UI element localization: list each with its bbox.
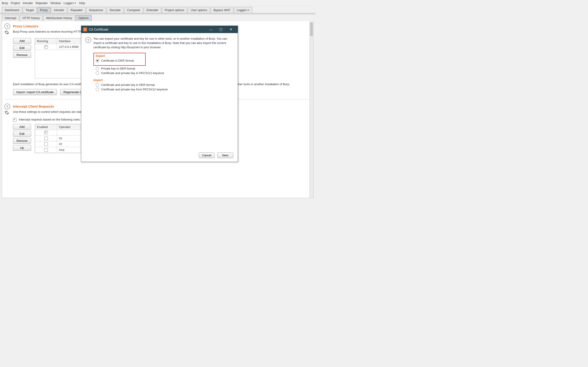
maximize-icon[interactable]: ▢ xyxy=(216,27,226,32)
tab-bypass-waf[interactable]: Bypass WAF xyxy=(210,7,233,13)
menu-project[interactable]: Project xyxy=(11,1,20,5)
listener-add-button[interactable]: Add xyxy=(13,38,31,44)
import-export-ca-button[interactable]: Import / export CA certificate xyxy=(13,89,57,95)
rule-enabled-checkbox[interactable] xyxy=(44,137,48,140)
close-icon[interactable]: ✕ xyxy=(226,27,236,32)
dialog-body: ? You can export your certificate and ke… xyxy=(81,33,238,150)
tab-proxy[interactable]: Proxy xyxy=(37,7,51,13)
radio-import-pkcs12[interactable]: Certificate and private key from PKCS#12… xyxy=(96,88,233,91)
menu-burp[interactable]: Burp xyxy=(2,1,8,5)
listener-edit-button[interactable]: Edit xyxy=(13,45,31,51)
tab-comparer[interactable]: Comparer xyxy=(124,7,143,13)
subtab-intercept[interactable]: Intercept xyxy=(2,15,19,21)
export-highlight: Export Certificate in DER format xyxy=(94,53,146,66)
radio-icon[interactable] xyxy=(96,88,99,91)
radio-cert-pkcs12[interactable]: Certificate and private key in PKCS#12 k… xyxy=(96,71,233,75)
ca-certificate-dialog: B CA Certificate — ▢ ✕ ? You can export … xyxy=(81,25,238,162)
help-icon[interactable]: ? xyxy=(4,23,10,29)
dialog-title: CA Certificate xyxy=(89,28,108,31)
menu-window[interactable]: Window xyxy=(50,1,61,5)
listener-remove-button[interactable]: Remove xyxy=(13,52,31,58)
col-enabled[interactable]: Enabled xyxy=(35,124,57,130)
subtab-http-history[interactable]: HTTP history xyxy=(20,15,43,21)
listener-btncol: Add Edit Remove xyxy=(13,38,31,78)
radio-icon[interactable] xyxy=(96,59,99,62)
export-title: Export xyxy=(96,54,143,58)
vertical-scrollbar[interactable] xyxy=(309,21,313,198)
cancel-button[interactable]: Cancel xyxy=(199,152,215,158)
proxy-subtabs: Intercept HTTP history WebSockets histor… xyxy=(0,14,315,21)
radio-icon[interactable] xyxy=(96,83,99,87)
import-title: Import xyxy=(94,78,233,82)
menu-loggerpp[interactable]: Logger++ xyxy=(63,1,76,5)
dialog-footer: Cancel Next xyxy=(81,150,238,162)
radio-private-der[interactable]: Private key in DER format xyxy=(96,67,233,70)
dialog-intro: You can export your certificate and key … xyxy=(94,37,233,50)
tab-repeater[interactable]: Repeater xyxy=(68,7,86,13)
menu-intruder[interactable]: Intruder xyxy=(23,1,33,5)
radio-label: Certificate and private key in DER forma… xyxy=(101,83,155,87)
intercept-enable-checkbox[interactable] xyxy=(13,118,17,122)
radio-import-der[interactable]: Certificate and private key in DER forma… xyxy=(96,83,233,87)
rule-enabled-checkbox[interactable] xyxy=(44,131,48,134)
scroll-thumb[interactable] xyxy=(310,22,313,36)
top-tabs: Dashboard Target Proxy Intruder Repeater… xyxy=(0,6,315,13)
app-window: Burp Project Intruder Repeater Window Lo… xyxy=(0,0,315,195)
radio-icon[interactable] xyxy=(96,71,99,75)
radio-icon[interactable] xyxy=(96,67,99,70)
radio-label: Certificate in DER format xyxy=(101,59,134,62)
col-running[interactable]: Running xyxy=(35,39,57,44)
radio-label: Private key in DER format xyxy=(101,67,135,70)
rule-remove-button[interactable]: Remove xyxy=(13,138,31,144)
subtab-websockets-history[interactable]: WebSockets history xyxy=(43,15,75,21)
menu-help[interactable]: Help xyxy=(79,1,85,5)
tab-loggerpp[interactable]: Logger++ xyxy=(234,7,252,13)
tab-target[interactable]: Target xyxy=(23,7,37,13)
rule-add-button[interactable]: Add xyxy=(13,124,31,130)
minimize-icon[interactable]: — xyxy=(206,28,216,32)
tab-user-options[interactable]: User options xyxy=(188,7,210,13)
subtab-options[interactable]: Options xyxy=(76,15,92,21)
dialog-titlebar[interactable]: B CA Certificate — ▢ ✕ xyxy=(81,26,238,33)
rules-btncol: Add Edit Remove Up xyxy=(13,124,31,151)
tab-sequencer[interactable]: Sequencer xyxy=(86,7,106,13)
radio-label: Certificate and private key from PKCS#12… xyxy=(101,88,168,91)
help-icon[interactable]: ? xyxy=(85,37,91,43)
radio-cert-der[interactable]: Certificate in DER format xyxy=(96,59,143,62)
rule-enabled-checkbox[interactable] xyxy=(44,148,48,152)
gear-icon[interactable] xyxy=(4,30,9,35)
tab-dashboard[interactable]: Dashboard xyxy=(2,7,22,13)
intercept-checkbox-label: Intercept requests based on the followin… xyxy=(19,118,80,121)
tab-extender[interactable]: Extender xyxy=(144,7,161,13)
burp-icon: B xyxy=(83,27,87,32)
menubar: Burp Project Intruder Repeater Window Lo… xyxy=(0,0,315,6)
next-button[interactable]: Next xyxy=(217,152,233,158)
radio-label: Certificate and private key in PKCS#12 k… xyxy=(101,71,164,75)
tab-project-options[interactable]: Project options xyxy=(162,7,187,13)
tab-decoder[interactable]: Decoder xyxy=(107,7,124,13)
rule-up-button[interactable]: Up xyxy=(13,145,31,151)
help-icon[interactable]: ? xyxy=(4,104,10,109)
rule-edit-button[interactable]: Edit xyxy=(13,131,31,137)
tab-intruder[interactable]: Intruder xyxy=(51,7,67,13)
running-checkbox[interactable] xyxy=(44,45,48,49)
menu-repeater[interactable]: Repeater xyxy=(36,1,48,5)
gear-icon[interactable] xyxy=(4,110,9,115)
rule-enabled-checkbox[interactable] xyxy=(44,142,48,146)
col-operator[interactable]: Operator xyxy=(57,124,80,130)
